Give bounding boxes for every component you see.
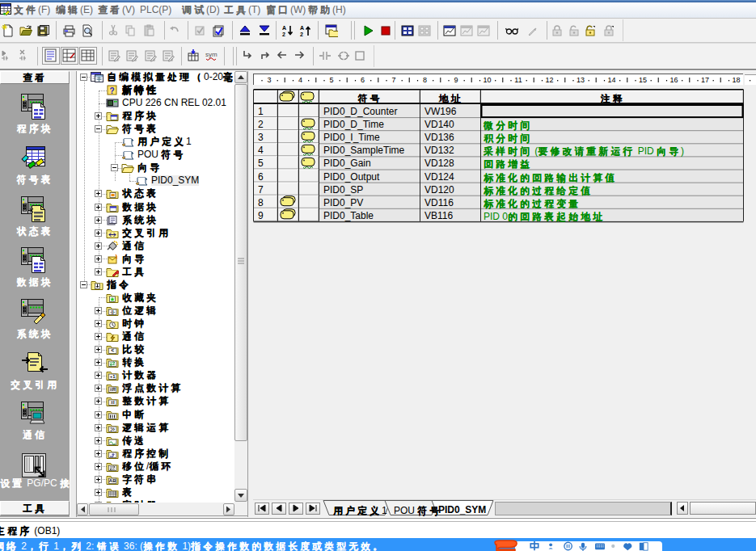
svg-text:17: 17 — [701, 76, 709, 84]
svg-text:¦ö: ¦ö — [111, 427, 116, 431]
svg-text:2: 2 — [282, 32, 285, 37]
svg-text:?: ? — [109, 86, 114, 95]
svg-text:14: 14 — [607, 76, 615, 84]
svg-text:12: 12 — [545, 76, 553, 84]
svg-text:6: 6 — [361, 76, 365, 84]
svg-text:7: 7 — [391, 76, 395, 84]
svg-text:A: A — [282, 25, 286, 31]
svg-text:11: 11 — [514, 76, 522, 84]
svg-text:<: < — [111, 347, 114, 353]
svg-text:5: 5 — [329, 76, 333, 84]
svg-text:+1: +1 — [110, 375, 116, 380]
svg-text:9: 9 — [454, 76, 458, 84]
svg-text:18: 18 — [732, 76, 740, 84]
svg-text:sym: sym — [205, 51, 218, 58]
svg-text:AB: AB — [109, 478, 116, 483]
svg-text:-||-: -||- — [110, 309, 115, 314]
svg-text:±I: ±I — [111, 401, 115, 406]
svg-text:3: 3 — [267, 76, 271, 84]
svg-text:4: 4 — [298, 76, 302, 84]
svg-text:±R: ±R — [109, 388, 116, 393]
svg-text:16: 16 — [669, 76, 678, 84]
svg-text:A: A — [300, 25, 304, 31]
svg-text:15: 15 — [639, 76, 647, 84]
svg-text:10: 10 — [483, 76, 491, 84]
svg-text:2: 2 — [300, 32, 303, 37]
svg-text:13: 13 — [577, 76, 585, 84]
svg-text:8: 8 — [423, 76, 427, 84]
